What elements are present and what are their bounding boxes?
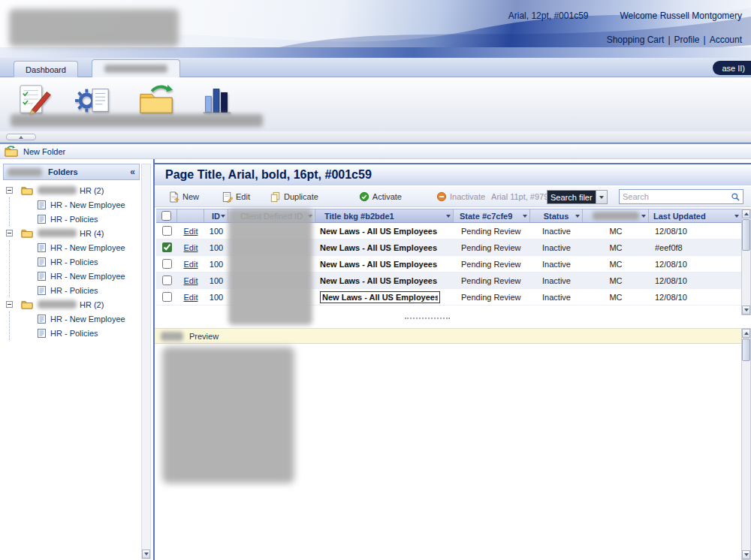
scroll-down-button[interactable]: [142, 549, 150, 558]
publish-folder-icon[interactable]: [137, 83, 176, 118]
gear-settings-list-icon[interactable]: [74, 83, 113, 118]
bar-chart-icon[interactable]: [197, 83, 236, 118]
tree-item-label: HR - Policies: [50, 286, 98, 295]
sort-icon[interactable]: [641, 215, 646, 218]
ribbon-collapse-handle[interactable]: [6, 134, 36, 140]
tree-item[interactable]: HR - New Employee: [10, 240, 140, 254]
collapse-node-icon[interactable]: [6, 187, 13, 194]
tab-active-redacted[interactable]: [92, 59, 180, 77]
row-edit-link[interactable]: Edit: [184, 293, 198, 302]
row-checkbox[interactable]: [162, 259, 172, 269]
row-checkbox[interactable]: [162, 292, 172, 302]
table-scrollbar[interactable]: [741, 209, 751, 315]
new-button[interactable]: New: [168, 191, 199, 203]
account-link[interactable]: Account: [710, 35, 742, 45]
row-id: 100: [204, 256, 228, 272]
scroll-down-button[interactable]: [742, 550, 750, 559]
preview-scrollbar[interactable]: [741, 328, 751, 560]
sort-icon[interactable]: [734, 215, 739, 218]
row-edit-link[interactable]: Edit: [184, 227, 198, 236]
column-header-client-defined-id[interactable]: Client Defined ID: [228, 209, 315, 222]
inactivate-button[interactable]: Inactivate: [436, 191, 485, 202]
sort-icon[interactable]: [221, 215, 225, 218]
compose-document-icon[interactable]: [17, 83, 56, 118]
table-row[interactable]: Edit 100 Pending Review Inactive MC 12/0…: [156, 289, 741, 306]
row-state: Pending Review: [454, 239, 530, 255]
folder-group[interactable]: HR (4): [0, 226, 140, 240]
column-header-state[interactable]: State #c7cfe9: [454, 209, 530, 222]
splitter-handle[interactable]: [405, 318, 450, 322]
row-client-id-redacted: [228, 289, 315, 305]
edit-button[interactable]: Edit: [222, 191, 250, 203]
folder-group[interactable]: HR (2): [0, 297, 140, 312]
new-folder-icon: [5, 146, 18, 157]
row-id: 100: [204, 239, 228, 255]
activate-button[interactable]: Activate: [359, 191, 402, 202]
scroll-thumb[interactable]: [742, 339, 750, 361]
sort-icon[interactable]: [575, 215, 580, 218]
redacted-preview-content: [162, 347, 294, 483]
scroll-thumb[interactable]: [742, 219, 750, 251]
chevron-down-icon[interactable]: [596, 191, 607, 203]
row-status: Inactive: [530, 223, 583, 239]
column-header-select[interactable]: [156, 209, 177, 222]
profile-link[interactable]: Profile: [674, 35, 700, 45]
column-header-last-updated[interactable]: Last Updated: [649, 209, 741, 222]
records-table: ID Client Defined ID Title bkg #b2bde1 S…: [156, 209, 741, 306]
sort-icon[interactable]: [308, 215, 312, 218]
collapse-panel-button[interactable]: «: [130, 167, 135, 177]
row-owner: MC: [583, 272, 649, 288]
redacted-folder-name: [38, 300, 77, 309]
search-filter-dropdown[interactable]: Search filer: [547, 190, 608, 204]
row-edit-link[interactable]: Edit: [184, 243, 198, 252]
tree-item[interactable]: HR - Policies: [10, 283, 140, 297]
folder-group[interactable]: HR (2): [0, 183, 140, 197]
column-header-redacted[interactable]: [583, 209, 649, 222]
tree-item[interactable]: HR - New Employee: [10, 269, 140, 283]
sort-icon[interactable]: [523, 215, 527, 218]
collapse-node-icon[interactable]: [6, 230, 13, 236]
search-input[interactable]: [620, 192, 731, 201]
tree-item[interactable]: HR - New Employee: [10, 197, 140, 212]
scroll-up-button[interactable]: [742, 329, 750, 338]
column-header-title[interactable]: Title bkg #b2bde1: [315, 209, 454, 222]
scroll-down-button[interactable]: [742, 306, 750, 315]
scroll-up-button[interactable]: [742, 209, 750, 218]
document-icon: [37, 285, 47, 296]
collapse-node-icon[interactable]: [6, 301, 13, 308]
tree-item-label: HR - Policies: [50, 329, 98, 338]
table-row[interactable]: Edit 100 New Laws - All US Employees Pen…: [156, 239, 741, 256]
tree-item[interactable]: HR - Policies: [10, 326, 140, 340]
table-row[interactable]: Edit 100 New Laws - All US Employees Pen…: [156, 223, 741, 239]
duplicate-button[interactable]: Duplicate: [270, 191, 318, 203]
row-client-id-redacted: [228, 256, 315, 272]
table-row[interactable]: Edit 100 New Laws - All US Employees Pen…: [156, 256, 741, 272]
folders-sidebar: Folders « HR (2) HR: [0, 159, 152, 560]
column-header-label: Title bkg #b2bde1: [324, 212, 394, 221]
shopping-cart-link[interactable]: Shopping Cart: [607, 35, 665, 45]
tree-item[interactable]: HR - New Employee: [10, 312, 140, 326]
tree-item[interactable]: HR - Policies: [10, 254, 140, 269]
tab-dashboard[interactable]: Dashboard: [14, 61, 78, 77]
search-icon[interactable]: [731, 192, 740, 202]
sort-icon[interactable]: [446, 215, 451, 218]
utility-nav: Shopping Cart | Profile | Account: [607, 35, 742, 45]
row-checkbox[interactable]: [162, 275, 172, 285]
row-checkbox[interactable]: [162, 226, 172, 236]
column-header-id[interactable]: ID: [204, 209, 228, 222]
row-edit-link[interactable]: Edit: [184, 276, 198, 285]
select-all-checkbox[interactable]: [161, 211, 171, 221]
row-edit-link[interactable]: Edit: [184, 260, 198, 269]
new-folder-bar[interactable]: New Folder: [0, 143, 751, 159]
preview-title: Preview: [189, 332, 219, 341]
row-title-edit-input[interactable]: [320, 291, 440, 303]
column-header-label: Last Updated: [653, 212, 706, 221]
sidebar-scrollbar[interactable]: [141, 164, 151, 559]
row-checkbox[interactable]: [162, 242, 172, 252]
tree-item[interactable]: HR - Policies: [10, 212, 140, 226]
document-icon: [37, 214, 47, 224]
column-header-status[interactable]: Status: [530, 209, 583, 222]
row-id: 100: [204, 223, 228, 239]
table-row[interactable]: Edit 100 New Laws - All US Employees Pen…: [156, 272, 741, 289]
edit-pencil-icon: [222, 191, 233, 203]
